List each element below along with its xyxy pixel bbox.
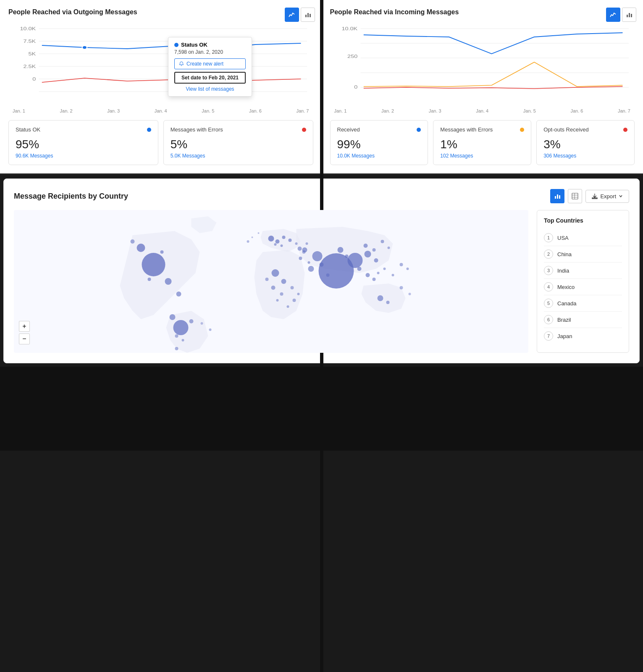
outgoing-chart-area: 10.0K 7.5K 5K 2.5K 0 Status OK 7,598 on … [8,20,313,104]
tooltip-value: 7,598 on Jan. 2, 2020 [174,49,246,55]
country-name: Mexico [557,284,575,290]
svg-rect-16 [629,13,630,17]
svg-point-62 [308,266,314,272]
bell-icon [179,61,184,66]
svg-point-47 [276,239,280,244]
map-bar-view-btn[interactable] [550,189,564,203]
country-rank: 7 [544,331,553,341]
svg-point-63 [338,247,344,253]
svg-point-51 [274,243,277,246]
stat-link-errors-outgoing[interactable]: 5.0K Messages [171,153,306,159]
outgoing-bar-btn[interactable] [301,8,315,22]
zoom-out-btn[interactable]: − [19,333,30,344]
stat-link-optouts[interactable]: 306 Messages [543,153,627,159]
country-row: 5 Canada [544,295,622,312]
country-name: USA [557,235,569,241]
svg-point-89 [287,305,289,308]
stat-label-errors-incoming: Messages with Errors [440,126,493,133]
download-icon [592,193,598,199]
stat-label-errors-outgoing: Messages with Errors [171,126,223,133]
stat-card-optouts: Opt-outs Received 3% 306 Messages [536,120,635,165]
create-alert-btn[interactable]: Create new alert [174,58,246,69]
country-row: 1 USA [544,230,622,246]
world-map-svg [14,210,528,353]
country-rank: 1 [544,233,553,242]
stat-link-received[interactable]: 10.0K Messages [337,153,421,159]
stat-pct-errors-outgoing: 5% [171,138,306,151]
svg-point-44 [182,339,184,341]
svg-point-96 [400,286,403,289]
country-name: India [557,268,569,274]
set-date-btn[interactable]: Set date to Feb 20, 2021 [174,72,246,84]
svg-point-82 [383,268,386,270]
svg-point-91 [302,250,306,254]
map-zoom-controls: + − [19,321,30,344]
svg-point-66 [357,267,362,271]
stat-link-status-ok[interactable]: 90.6K Messages [16,153,151,159]
svg-point-60 [312,251,323,261]
svg-point-39 [148,278,151,281]
country-rank: 5 [544,299,553,308]
svg-point-72 [364,244,368,248]
svg-point-53 [281,279,286,284]
svg-point-59 [348,253,363,268]
outgoing-title: People Reached via Outgoing Messages [8,8,313,16]
zoom-in-btn[interactable]: + [19,321,30,332]
stat-link-errors-incoming[interactable]: 102 Messages [440,153,524,159]
incoming-line-btn[interactable] [606,8,620,22]
stat-dot-blue [147,128,151,132]
country-name: Brazil [557,317,571,323]
outgoing-panel: People Reached via Outgoing Messages [0,0,322,173]
svg-point-99 [201,322,203,325]
top-countries-title: Top Countries [544,217,622,224]
set-date-label: Set date to Feb 20, 2021 [181,75,239,81]
country-list: 1 USA 2 China 3 India 4 Mexico 5 Canada … [544,230,622,344]
world-map[interactable]: + − [14,210,528,353]
incoming-controls [606,8,636,22]
map-controls: Export [550,189,629,203]
svg-point-85 [392,274,394,276]
stat-card-errors-incoming: Messages with Errors 1% 102 Messages [433,120,531,165]
incoming-panel: People Reached via Incoming Messages [322,0,643,173]
incoming-chart-svg: 10.0K 250 0 [330,20,635,104]
svg-point-34 [137,244,145,252]
svg-point-43 [175,334,178,338]
svg-point-52 [272,269,279,277]
country-rank: 4 [544,282,553,291]
svg-point-97 [409,293,411,295]
country-name: Canada [557,300,577,307]
svg-point-93 [247,240,249,243]
country-row: 3 India [544,262,622,279]
svg-point-80 [373,278,376,281]
line-chart-icon [289,11,295,18]
stat-pct-optouts: 3% [543,138,627,151]
export-button[interactable]: Export [585,190,629,203]
svg-point-76 [295,242,298,245]
map-container: + − Top Countries 1 USA 2 China 3 India … [14,210,629,353]
svg-point-57 [276,299,279,302]
view-list-link[interactable]: View list of messages [174,86,246,92]
svg-point-40 [173,320,189,335]
svg-point-42 [189,319,194,323]
incoming-x-axis: Jan. 1 Jan. 2 Jan. 3 Jan. 4 Jan. 5 Jan. … [330,108,635,113]
svg-point-35 [165,278,172,285]
top-countries-panel: Top Countries 1 USA 2 China 3 India 4 Me… [537,210,629,353]
outgoing-stat-cards: Status OK 95% 90.6K Messages Messages wi… [8,120,313,165]
svg-text:5K: 5K [29,52,37,56]
svg-point-65 [320,262,324,267]
svg-rect-27 [557,194,558,199]
incoming-chart-area: 10.0K 250 0 [330,20,635,104]
map-table-view-btn[interactable] [568,189,582,203]
svg-point-49 [289,239,292,242]
svg-point-14 [82,46,87,49]
svg-rect-17 [631,14,632,17]
incoming-bar-btn[interactable] [622,8,636,22]
svg-point-84 [407,268,409,270]
svg-point-81 [377,272,380,274]
svg-point-36 [176,291,181,297]
svg-point-74 [381,240,384,243]
svg-rect-0 [305,15,307,17]
svg-point-86 [291,286,294,289]
stat-label-status-ok: Status OK [16,126,40,133]
outgoing-line-btn[interactable] [285,8,299,22]
